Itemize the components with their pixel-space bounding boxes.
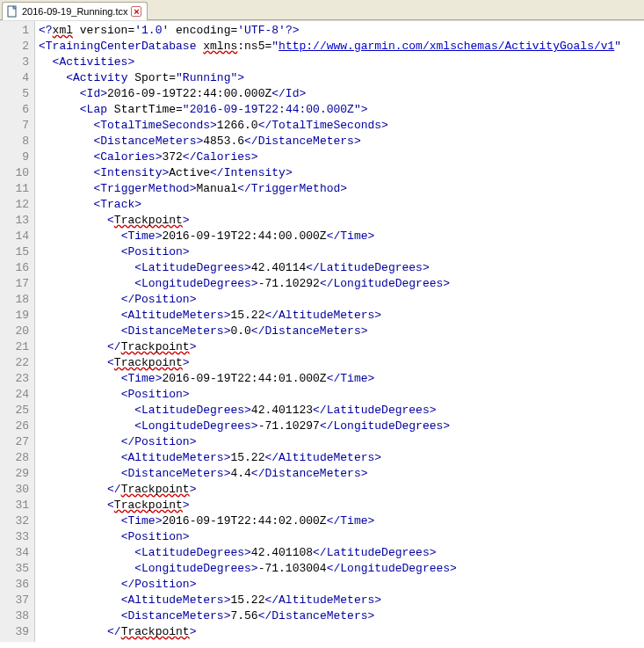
code-line[interactable]: <LongitudeDegrees>-71.10297</LongitudeDe… (39, 419, 644, 434)
code-line[interactable]: <TotalTimeSeconds>1266.0</TotalTimeSecon… (39, 118, 644, 134)
line-number: 11 (0, 181, 29, 197)
code-line[interactable]: <AltitudeMeters>15.22</AltitudeMeters> (39, 593, 644, 608)
line-number: 34 (0, 545, 29, 561)
code-line[interactable]: <Activities> (39, 55, 644, 70)
code-line[interactable]: <?xml version='1.0' encoding='UTF-8'?> (39, 23, 644, 39)
code-line[interactable]: <LatitudeDegrees>42.401123</LatitudeDegr… (39, 403, 644, 419)
code-line[interactable]: <Position> (39, 244, 644, 260)
line-number: 16 (0, 260, 29, 276)
line-number: 20 (0, 324, 29, 339)
line-number: 27 (0, 434, 29, 450)
code-line[interactable]: </Trackpoint> (39, 339, 644, 355)
code-line[interactable]: <DistanceMeters>7.56</DistanceMeters> (39, 608, 644, 624)
line-number: 14 (0, 229, 29, 244)
code-line[interactable]: <AltitudeMeters>15.22</AltitudeMeters> (39, 450, 644, 466)
line-number: 38 (0, 608, 29, 624)
line-number: 30 (0, 482, 29, 498)
line-number: 8 (0, 134, 29, 149)
code-line[interactable]: <Lap StartTime="2016-09-19T22:44:00.000Z… (39, 102, 644, 118)
line-number: 1 (0, 23, 29, 39)
line-number: 32 (0, 513, 29, 529)
line-number: 12 (0, 197, 29, 213)
line-number: 3 (0, 55, 29, 70)
line-number: 2 (0, 39, 29, 55)
code-line[interactable]: <Time>2016-09-19T22:44:01.000Z</Time> (39, 371, 644, 387)
code-line[interactable]: <LongitudeDegrees>-71.10292</LongitudeDe… (39, 276, 644, 292)
line-number: 29 (0, 466, 29, 482)
line-number: 21 (0, 339, 29, 355)
file-icon (6, 5, 18, 18)
code-line[interactable]: <DistanceMeters>0.0</DistanceMeters> (39, 324, 644, 339)
code-line[interactable]: <LatitudeDegrees>42.40114</LatitudeDegre… (39, 260, 644, 276)
code-line[interactable]: <Id>2016-09-19T22:44:00.000Z</Id> (39, 86, 644, 102)
line-number: 37 (0, 593, 29, 608)
line-number: 36 (0, 577, 29, 593)
code-line[interactable]: </Trackpoint> (39, 482, 644, 498)
line-number: 13 (0, 213, 29, 229)
line-number: 31 (0, 498, 29, 513)
code-line[interactable]: <Time>2016-09-19T22:44:02.000Z</Time> (39, 513, 644, 529)
line-number: 6 (0, 102, 29, 118)
code-line[interactable]: <Track> (39, 197, 644, 213)
line-number: 18 (0, 292, 29, 308)
code-line[interactable]: <LatitudeDegrees>42.401108</LatitudeDegr… (39, 545, 644, 561)
line-number: 7 (0, 118, 29, 134)
line-number: 26 (0, 419, 29, 434)
line-number: 5 (0, 86, 29, 102)
line-number: 24 (0, 387, 29, 403)
line-number: 23 (0, 371, 29, 387)
line-number: 19 (0, 308, 29, 324)
code-line[interactable]: <Time>2016-09-19T22:44:00.000Z</Time> (39, 229, 644, 244)
editor: 1234567891011121314151617181920212223242… (0, 20, 644, 642)
line-number: 35 (0, 561, 29, 577)
line-number-gutter: 1234567891011121314151617181920212223242… (0, 21, 35, 642)
close-icon[interactable]: × (131, 6, 141, 17)
file-tab[interactable]: 2016-09-19_Running.tcx × (2, 2, 148, 20)
line-number: 4 (0, 70, 29, 86)
tab-filename: 2016-09-19_Running.tcx (22, 6, 127, 17)
code-line[interactable]: </Position> (39, 577, 644, 593)
code-line[interactable]: <Trackpoint> (39, 213, 644, 229)
line-number: 22 (0, 355, 29, 371)
code-line[interactable]: </Trackpoint> (39, 624, 644, 640)
line-number: 25 (0, 403, 29, 419)
line-number: 9 (0, 149, 29, 165)
code-line[interactable]: <DistanceMeters>4.4</DistanceMeters> (39, 466, 644, 482)
code-line[interactable]: <DistanceMeters>4853.6</DistanceMeters> (39, 134, 644, 149)
code-line[interactable]: <Trackpoint> (39, 498, 644, 513)
line-number: 17 (0, 276, 29, 292)
line-number: 39 (0, 624, 29, 640)
code-line[interactable]: <Calories>372</Calories> (39, 149, 644, 165)
code-line[interactable]: <TrainingCenterDatabase xmlns:ns5="http:… (39, 39, 644, 55)
code-line[interactable]: <LongitudeDegrees>-71.103004</LongitudeD… (39, 561, 644, 577)
code-area[interactable]: <?xml version='1.0' encoding='UTF-8'?><T… (35, 21, 644, 642)
code-line[interactable]: <AltitudeMeters>15.22</AltitudeMeters> (39, 308, 644, 324)
line-number: 15 (0, 244, 29, 260)
code-line[interactable]: <TriggerMethod>Manual</TriggerMethod> (39, 181, 644, 197)
code-line[interactable]: <Position> (39, 387, 644, 403)
code-line[interactable]: <Activity Sport="Running"> (39, 70, 644, 86)
tab-bar: 2016-09-19_Running.tcx × (0, 0, 644, 20)
code-line[interactable]: <Intensity>Active</Intensity> (39, 165, 644, 181)
code-line[interactable]: </Position> (39, 434, 644, 450)
line-number: 10 (0, 165, 29, 181)
code-line[interactable]: <Trackpoint> (39, 355, 644, 371)
line-number: 28 (0, 450, 29, 466)
line-number: 33 (0, 529, 29, 545)
code-line[interactable]: <Position> (39, 529, 644, 545)
code-line[interactable]: </Position> (39, 292, 644, 308)
